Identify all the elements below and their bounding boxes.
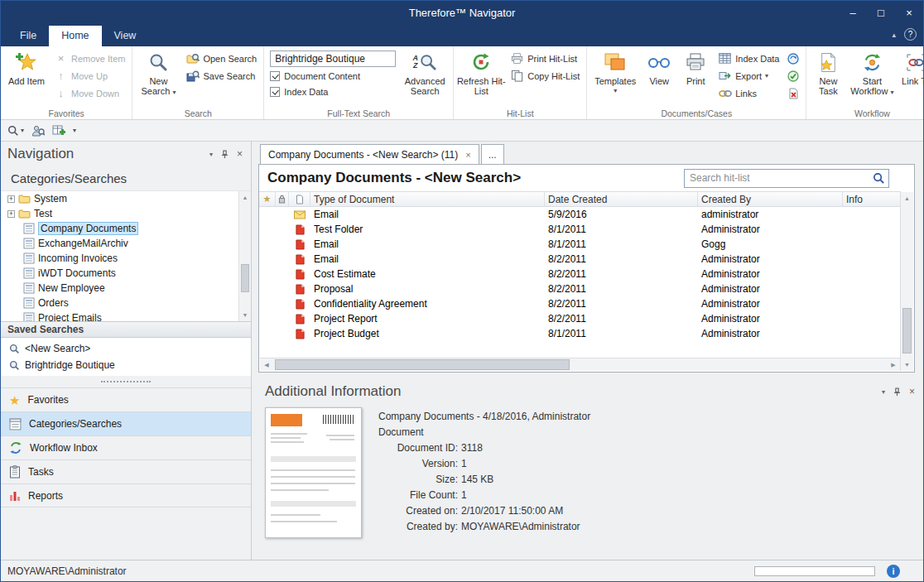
scroll-right-icon[interactable]: ▶ bbox=[887, 358, 900, 371]
new-task-button[interactable]: New Task bbox=[809, 48, 847, 96]
quick-index-add-button[interactable] bbox=[50, 122, 68, 140]
saved-search-brightridge[interactable]: Brightridge Boutique bbox=[1, 357, 251, 373]
tree-item-test[interactable]: + Test bbox=[1, 206, 238, 221]
index-data-button[interactable]: Index Data bbox=[714, 50, 783, 67]
scroll-down-icon[interactable]: ▼ bbox=[239, 309, 251, 321]
table-row[interactable]: Email 5/9/2016 administrator bbox=[259, 207, 901, 222]
delete-document-button[interactable] bbox=[785, 86, 801, 101]
add-item-button[interactable]: Add Item bbox=[3, 48, 50, 86]
tab-company-documents[interactable]: Company Documents - <New Search> (11) × bbox=[260, 144, 479, 164]
table-row[interactable]: Project Report 8/2/2011 Administrator bbox=[259, 311, 901, 326]
scroll-up-icon[interactable]: ▲ bbox=[901, 192, 913, 204]
scrollbar-thumb[interactable] bbox=[241, 264, 249, 292]
tab-file[interactable]: File bbox=[7, 26, 49, 46]
print-hitlist-button[interactable]: Print Hit-List bbox=[506, 50, 584, 67]
column-favorite[interactable]: ★ bbox=[259, 192, 276, 206]
scrollbar-thumb[interactable] bbox=[275, 359, 570, 370]
pin-icon[interactable] bbox=[220, 150, 229, 159]
panel-menu-caret-icon[interactable]: ▾ bbox=[882, 388, 885, 396]
quick-user-search-button[interactable] bbox=[29, 122, 47, 140]
sidebar-item-tasks[interactable]: Tasks bbox=[1, 459, 251, 483]
tab-overflow[interactable]: ... bbox=[481, 144, 504, 164]
export-button[interactable]: Export ▾ bbox=[714, 67, 783, 84]
scrollbar-thumb[interactable] bbox=[902, 308, 912, 354]
start-workflow-button[interactable]: Start Workflow ▾ bbox=[847, 48, 897, 98]
column-lock[interactable] bbox=[276, 192, 289, 206]
sidebar-item-categories-searches[interactable]: Categories/Searches bbox=[1, 411, 251, 435]
checkin-badge-button[interactable] bbox=[785, 69, 801, 84]
table-row[interactable]: Proposal 8/2/2011 Administrator bbox=[259, 281, 901, 296]
tree-item-new-employee[interactable]: New Employee bbox=[1, 281, 238, 296]
save-search-button[interactable]: Save Search bbox=[181, 67, 261, 84]
links-button[interactable]: Links bbox=[714, 84, 783, 102]
collapse-ribbon-icon[interactable]: ▴ bbox=[892, 31, 896, 39]
toolbar-overflow-button[interactable]: ▾ bbox=[70, 122, 79, 140]
info-icon[interactable]: i bbox=[887, 565, 900, 578]
close-tab-icon[interactable]: × bbox=[465, 150, 470, 160]
table-row[interactable]: Confidentiality Agreement 8/2/2011 Admin… bbox=[259, 296, 901, 311]
tree-scrollbar[interactable]: ▲ ▼ bbox=[238, 191, 251, 321]
move-up-button[interactable]: ↑ Move Up bbox=[50, 67, 129, 84]
close-panel-icon[interactable]: × bbox=[909, 386, 915, 397]
open-search-button[interactable]: Open Search bbox=[181, 50, 261, 67]
document-content-checkbox[interactable]: Document Content bbox=[270, 69, 396, 83]
quick-search-button[interactable]: ▾ bbox=[5, 122, 26, 140]
table-row[interactable]: Email 8/2/2011 Administrator bbox=[259, 252, 901, 267]
scroll-up-icon[interactable]: ▲ bbox=[239, 191, 251, 204]
maximize-button[interactable]: □ bbox=[867, 1, 895, 25]
saved-search-new[interactable]: <New Search> bbox=[1, 340, 251, 357]
tree-item-orders[interactable]: Orders bbox=[1, 296, 238, 310]
tree-item-exchangemailarchiv[interactable]: ExchangeMailArchiv bbox=[1, 236, 238, 251]
advanced-search-button[interactable]: AZ Advanced Search bbox=[399, 48, 450, 96]
title-bar: Therefore™ Navigator – □ × bbox=[1, 1, 923, 25]
table-row[interactable]: Cost Estimate 8/2/2011 Administrator bbox=[259, 267, 901, 281]
table-row[interactable]: Email 8/1/2011 Gogg bbox=[259, 237, 901, 252]
tree-item-incoming-invoices[interactable]: Incoming Invoices bbox=[1, 251, 238, 266]
tab-home[interactable]: Home bbox=[49, 26, 101, 46]
tree-item-system[interactable]: + System bbox=[1, 191, 238, 206]
index-data-checkbox[interactable]: Index Data bbox=[270, 84, 396, 99]
column-doc-icon[interactable] bbox=[289, 192, 310, 206]
checkout-badge-button[interactable] bbox=[785, 51, 801, 66]
print-button[interactable]: Print bbox=[677, 48, 714, 86]
document-preview-thumbnail[interactable] bbox=[265, 407, 362, 538]
column-info[interactable]: Info bbox=[843, 192, 901, 206]
expand-icon[interactable]: + bbox=[7, 195, 15, 203]
search-input[interactable] bbox=[684, 169, 889, 188]
horizontal-scrollbar[interactable]: ◀ ▶ bbox=[260, 358, 900, 371]
pin-icon[interactable] bbox=[893, 387, 902, 397]
panel-splitter-handle[interactable] bbox=[1, 376, 251, 387]
view-button[interactable]: View bbox=[641, 48, 677, 86]
table-row[interactable]: Project Budget 8/1/2011 Administrator bbox=[259, 326, 901, 341]
fulltext-search-input[interactable] bbox=[270, 51, 396, 67]
templates-button[interactable]: Templates ▾ bbox=[590, 48, 641, 96]
link-to-button[interactable]: Link To bbox=[897, 48, 923, 86]
column-date-created[interactable]: Date Created bbox=[545, 192, 698, 206]
search-icon[interactable] bbox=[873, 172, 885, 185]
scroll-down-icon[interactable]: ▼ bbox=[901, 358, 913, 371]
close-button[interactable]: × bbox=[895, 1, 923, 25]
tab-view[interactable]: View bbox=[102, 26, 149, 46]
ribbon-group-documents: Templates ▾ View bbox=[587, 46, 806, 119]
sidebar-item-workflow-inbox[interactable]: Workflow Inbox bbox=[1, 435, 251, 459]
tree-item-project-emails[interactable]: Project Emails bbox=[1, 310, 238, 321]
column-created-by[interactable]: Created By bbox=[698, 192, 843, 206]
expand-icon[interactable]: + bbox=[7, 210, 15, 218]
help-icon[interactable]: ? bbox=[904, 28, 917, 41]
table-row[interactable]: Test Folder 8/1/2011 Administrator bbox=[259, 222, 901, 237]
new-search-button[interactable]: New Search ▾ bbox=[135, 48, 181, 98]
panel-menu-caret-icon[interactable]: ▾ bbox=[209, 151, 213, 158]
remove-item-button[interactable]: × Remove Item bbox=[50, 50, 129, 67]
close-panel-icon[interactable]: × bbox=[237, 148, 243, 160]
copy-hitlist-button[interactable]: Copy Hit-List bbox=[506, 67, 584, 84]
column-type-of-document[interactable]: Type of Document bbox=[310, 192, 545, 206]
scroll-left-icon[interactable]: ◀ bbox=[260, 358, 273, 371]
sidebar-item-favorites[interactable]: ★ Favorites bbox=[1, 387, 251, 411]
minimize-button[interactable]: – bbox=[839, 1, 867, 25]
refresh-hitlist-button[interactable]: Refresh Hit-List bbox=[456, 48, 506, 96]
move-down-button[interactable]: ↓ Move Down bbox=[50, 84, 129, 102]
vertical-scrollbar[interactable]: ▲ ▼ bbox=[900, 192, 913, 371]
sidebar-item-reports[interactable]: Reports bbox=[1, 483, 251, 507]
tree-item-iwdt-documents[interactable]: iWDT Documents bbox=[1, 266, 238, 281]
tree-item-company-documents[interactable]: Company Documents bbox=[1, 221, 238, 236]
